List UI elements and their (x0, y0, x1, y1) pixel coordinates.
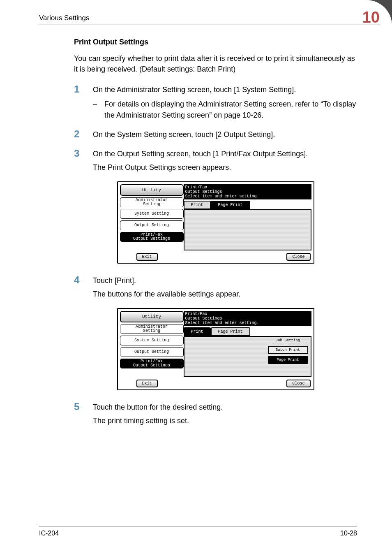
chapter-number: 10 (362, 9, 380, 26)
step-after-text: The Print Output Settings screen appears… (93, 162, 357, 173)
footer-left: IC-204 (39, 530, 59, 537)
exit-button[interactable]: Exit (136, 253, 158, 261)
footer-right: 10-28 (340, 530, 357, 537)
crumb-admin[interactable]: Administrator Setting (120, 324, 184, 334)
utility-button[interactable]: Utility (120, 311, 184, 322)
crumb-output[interactable]: Output Setting (120, 220, 184, 230)
tab-page-print[interactable]: Page Print (211, 327, 250, 336)
utility-button[interactable]: Utility (120, 184, 184, 196)
sub-text: For details on displaying the Administra… (104, 99, 357, 121)
close-button[interactable]: Close (286, 380, 310, 387)
step-text: Touch [Print]. (93, 276, 136, 285)
crumb-output[interactable]: Output Setting (120, 347, 184, 357)
header-section-title: Various Settings (39, 14, 90, 22)
step-2: 2 On the System Setting screen, touch [2… (74, 129, 357, 140)
tab-print[interactable]: Print (184, 201, 211, 209)
step-after-text: The print timing setting is set. (93, 415, 357, 426)
step-after-text: The buttons for the available settings a… (93, 289, 357, 300)
page-header: Various Settings 10 (39, 12, 380, 25)
step-number: 5 (74, 402, 93, 426)
crumb-system[interactable]: System Setting (120, 209, 184, 219)
crumb-printfax[interactable]: Print/Fax Output Settings (120, 359, 184, 368)
tab-print[interactable]: Print (184, 327, 211, 336)
step-number: 2 (74, 129, 93, 140)
step-text: On the Output Setting screen, touch [1 P… (93, 150, 308, 158)
section-heading: Print Output Settings (74, 38, 357, 46)
step-number: 1 (74, 84, 93, 121)
tab-page-print[interactable]: Page Print (211, 201, 250, 209)
step-number: 3 (74, 148, 93, 173)
step-4: 4 Touch [Print]. The buttons for the ava… (74, 275, 357, 300)
exit-button[interactable]: Exit (136, 380, 158, 387)
step-1: 1 On the Administrator Setting screen, t… (74, 84, 357, 121)
step-3: 3 On the Output Setting screen, touch [1… (74, 148, 357, 173)
crumb-printfax[interactable]: Print/Fax Output Settings (120, 232, 184, 242)
option-page-print[interactable]: Page Print (268, 356, 308, 364)
close-button[interactable]: Close (286, 253, 310, 261)
panel-title: Print/Fax Output Settings Select item an… (184, 184, 311, 199)
step-text: On the System Setting screen, touch [2 O… (93, 130, 275, 139)
step-sub-item: – For details on displaying the Administ… (93, 99, 357, 121)
panel-main-area (184, 209, 311, 250)
page-footer: IC-204 10-28 (39, 526, 357, 537)
step-number: 4 (74, 275, 93, 300)
crumb-admin[interactable]: Administrator Setting (120, 197, 184, 207)
step-5: 5 Touch the button for the desired setti… (74, 402, 357, 426)
job-setting-label: Job Setting (268, 338, 308, 344)
option-batch-print[interactable]: Batch Print (268, 346, 308, 354)
panel-title: Print/Fax Output Settings Select item an… (184, 311, 311, 326)
step-text: Touch the button for the desired setting… (93, 403, 223, 411)
device-screenshot-1: Utility Administrator Setting System Set… (117, 181, 314, 264)
intro-paragraph: You can specify whether to print data af… (74, 53, 357, 74)
step-text: On the Administrator Setting screen, tou… (93, 86, 296, 94)
dash-icon: – (93, 99, 104, 121)
device-screenshot-2: Utility Administrator Setting System Set… (117, 308, 314, 390)
panel-main-area: Job Setting Batch Print Page Print (184, 336, 311, 377)
crumb-system[interactable]: System Setting (120, 336, 184, 345)
